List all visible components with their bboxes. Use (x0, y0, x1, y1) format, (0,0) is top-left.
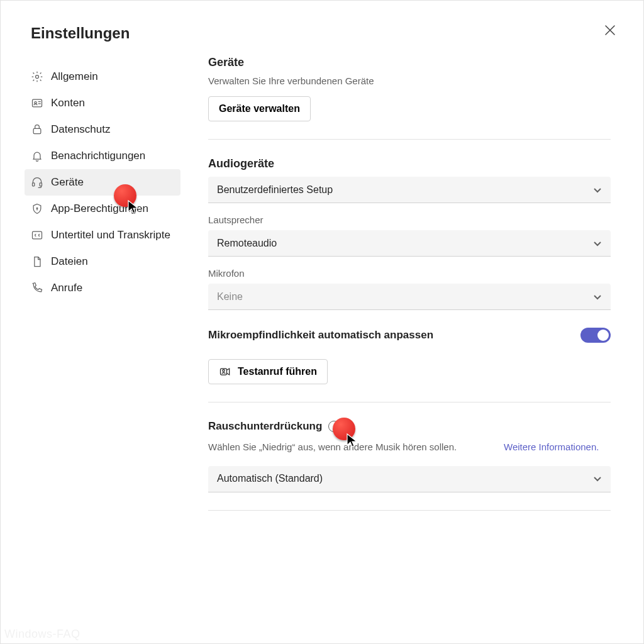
divider (208, 510, 611, 511)
sidebar-item-label: App-Berechtigungen (51, 203, 148, 215)
gear-icon (31, 70, 43, 83)
sidebar-item-label: Allgemein (51, 70, 98, 83)
id-card-icon (31, 97, 43, 109)
noise-suppression-select[interactable]: Automatisch (Standard) (208, 466, 611, 492)
sidebar-item-label: Dateien (51, 255, 88, 268)
info-icon[interactable]: i (328, 421, 340, 432)
sidebar-item-files[interactable]: Dateien (25, 248, 180, 275)
close-button[interactable] (604, 25, 619, 40)
svg-rect-4 (33, 183, 35, 186)
test-call-button[interactable]: Testanruf führen (208, 359, 328, 384)
sidebar-item-privacy[interactable]: Datenschutz (25, 116, 180, 143)
settings-window: Einstellungen Allgemein Konten Datenschu… (0, 0, 644, 644)
devices-heading: Geräte (208, 56, 611, 69)
cc-icon (31, 229, 43, 242)
file-icon (31, 255, 43, 268)
select-value: Benutzerdefiniertes Setup (217, 184, 333, 196)
mic-sensitivity-toggle[interactable] (580, 328, 611, 343)
select-value: Remoteaudio (217, 238, 277, 249)
audio-heading: Audiogeräte (208, 157, 611, 170)
watermark: Windows-FAQ (4, 628, 80, 641)
sidebar-item-label: Untertitel und Transkripte (51, 229, 170, 242)
mic-sensitivity-row: Mikroempfindlichkeit automatisch anpasse… (208, 328, 611, 343)
more-info-link[interactable]: Weitere Informationen. (504, 440, 611, 455)
svg-rect-7 (33, 231, 42, 239)
sidebar-item-label: Anrufe (51, 282, 82, 294)
test-call-icon (219, 365, 231, 378)
bell-icon (31, 150, 43, 162)
settings-sidebar: Allgemein Konten Datenschutz Benachricht… (25, 64, 180, 301)
heading-text: Rauschunterdrückung (208, 420, 322, 433)
svg-point-2 (35, 102, 36, 104)
manage-devices-button[interactable]: Geräte verwalten (208, 96, 311, 121)
svg-rect-5 (40, 183, 42, 186)
headset-icon (31, 176, 43, 189)
sidebar-item-label: Datenschutz (51, 123, 111, 136)
sidebar-item-general[interactable]: Allgemein (25, 64, 180, 90)
noise-description: Wählen Sie „Niedrig“ aus, wenn andere Mu… (208, 440, 504, 455)
sidebar-item-label: Benachrichtigungen (51, 150, 145, 162)
sidebar-item-notifications[interactable]: Benachrichtigungen (25, 143, 180, 169)
select-value: Automatisch (Standard) (217, 473, 323, 484)
page-title: Einstellungen (31, 25, 130, 42)
sidebar-item-calls[interactable]: Anrufe (25, 275, 180, 301)
sidebar-item-label: Geräte (51, 176, 84, 189)
sidebar-item-accounts[interactable]: Konten (25, 90, 180, 116)
svg-point-9 (223, 370, 225, 372)
chevron-down-icon (593, 186, 602, 194)
button-label: Testanruf führen (238, 366, 317, 377)
svg-point-0 (36, 75, 39, 79)
sidebar-item-label: Konten (51, 97, 85, 109)
sidebar-item-app-permissions[interactable]: App-Berechtigungen (25, 196, 180, 222)
noise-suppression-heading: Rauschunterdrückung i (208, 420, 611, 433)
speaker-label: Lautsprecher (208, 214, 611, 225)
microphone-select[interactable]: Keine (208, 284, 611, 310)
shield-icon (31, 203, 43, 215)
chevron-down-icon (593, 474, 602, 483)
mic-sensitivity-label: Mikroempfindlichkeit automatisch anpasse… (208, 329, 433, 341)
button-label: Geräte verwalten (219, 103, 300, 114)
noise-description-row: Wählen Sie „Niedrig“ aus, wenn andere Mu… (208, 440, 611, 455)
divider (208, 402, 611, 402)
sidebar-item-captions[interactable]: Untertitel und Transkripte (25, 222, 180, 248)
divider (208, 139, 611, 140)
devices-subtitle: Verwalten Sie Ihre verbundenen Geräte (208, 75, 611, 86)
microphone-label: Mikrofon (208, 268, 611, 279)
chevron-down-icon (593, 239, 602, 248)
speaker-select[interactable]: Remoteaudio (208, 230, 611, 257)
svg-point-6 (36, 208, 38, 209)
svg-rect-3 (33, 128, 41, 133)
svg-rect-1 (33, 99, 42, 107)
chevron-down-icon (593, 292, 602, 301)
close-icon (604, 27, 616, 38)
lock-icon (31, 123, 43, 136)
sidebar-item-devices[interactable]: Geräte (25, 169, 180, 196)
select-value: Keine (217, 291, 243, 303)
phone-icon (31, 282, 43, 294)
settings-main: Geräte Verwalten Sie Ihre verbundenen Ge… (208, 51, 611, 528)
audio-setup-select[interactable]: Benutzerdefiniertes Setup (208, 177, 611, 203)
